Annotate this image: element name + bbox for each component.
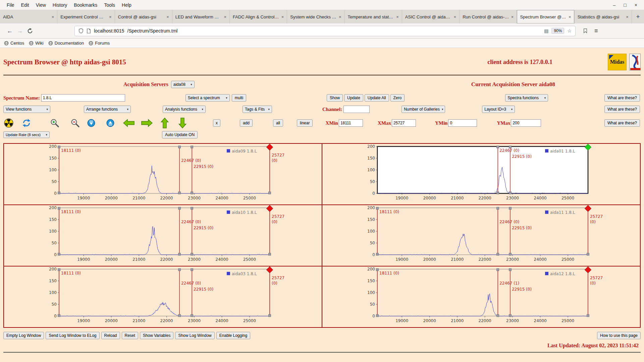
select-a-spectrum-select[interactable]: Select a spectrum ▾	[185, 94, 230, 102]
tab-close-icon[interactable]: ×	[569, 14, 571, 19]
zoom-out-icon[interactable]	[70, 118, 81, 128]
number-of-galleries-select[interactable]: Number of Galleries ▾	[401, 106, 445, 113]
what-are-these-button-3[interactable]: What are these?	[604, 119, 640, 127]
log-button[interactable]: Reload	[101, 332, 120, 339]
what-are-these-button-2[interactable]: What are these?	[604, 106, 640, 113]
what-are-these-button-1[interactable]: What are these?	[604, 94, 640, 102]
acquisition-server-select[interactable]: aida08 ▾	[171, 81, 195, 88]
spectra-functions-select[interactable]: Spectra functions ▾	[505, 94, 548, 102]
browser-tab[interactable]: System wide Checks @ aidas-gsi ×	[287, 10, 344, 23]
spectrum-plot-cell[interactable]: 0501001502001900020000210002200023000240…	[4, 144, 322, 204]
minimize-icon[interactable]: –	[613, 2, 616, 8]
spectrum-plot-cell[interactable]: 0501001502001900020000210002200023000240…	[4, 205, 322, 266]
bookmark-item[interactable]: Forums	[89, 41, 110, 46]
spectrum-chart[interactable]: 0501001502001900020000210002200023000240…	[322, 266, 640, 326]
spectrum-plot-cell[interactable]: 0501001502001900020000210002200023000240…	[322, 205, 640, 266]
update-all-button[interactable]: Update All	[365, 94, 389, 102]
tags-fits-select[interactable]: Tags & Fits ▾	[243, 106, 272, 113]
arrow-up-icon[interactable]	[161, 118, 169, 128]
bookmark-item[interactable]: Documentation	[48, 41, 84, 46]
view-functions-select[interactable]: View functions ▾	[3, 106, 50, 113]
analysis-functions-select[interactable]: Analysis functions ▾	[163, 106, 206, 113]
app-menu-icon[interactable]: ≡	[594, 27, 598, 35]
spectrum-chart[interactable]: 0501001502001900020000210002200023000240…	[4, 144, 321, 203]
tab-close-icon[interactable]: ×	[224, 14, 226, 19]
tab-close-icon[interactable]: ×	[52, 14, 54, 19]
spectrum-plot-cell[interactable]: 0501001502001900020000210002200023000240…	[322, 266, 640, 327]
linear-button[interactable]: linear	[297, 119, 313, 127]
xmin-input[interactable]	[339, 119, 363, 127]
reload-icon[interactable]	[25, 28, 35, 34]
bookmark-item[interactable]: Centos	[4, 41, 24, 46]
ymin-input[interactable]	[448, 119, 477, 127]
tab-close-icon[interactable]: ×	[109, 14, 112, 19]
browser-tab[interactable]: Spectrum Browser @ aidas-gsi ×	[517, 10, 574, 23]
bookmark-item[interactable]: Wiki	[29, 41, 44, 46]
tab-close-icon[interactable]: ×	[396, 14, 399, 19]
page-info-icon[interactable]	[87, 28, 91, 34]
browser-tab[interactable]: LED and Waveform @ aidas-gsi ×	[172, 10, 230, 23]
url-bar[interactable]: localhost:8015/Spectrum/Spectrum.tml ▤ 9…	[74, 26, 576, 36]
x-button[interactable]: x	[213, 119, 220, 127]
forward-icon[interactable]: →	[15, 27, 25, 35]
spectrum-chart[interactable]: 0501001502001900020000210002200023000240…	[322, 205, 640, 265]
radiation-icon[interactable]	[4, 118, 13, 128]
spectrum-name-input[interactable]	[41, 94, 125, 102]
browser-tab[interactable]: Statistics @ aidas-gsi ×	[575, 10, 632, 23]
tab-close-icon[interactable]: ×	[511, 14, 514, 19]
back-icon[interactable]: ←	[5, 27, 15, 35]
arrow-right-icon[interactable]	[141, 119, 153, 127]
arrow-left-icon[interactable]	[123, 119, 135, 127]
channel-input[interactable]	[343, 106, 370, 113]
log-button[interactable]: Show Log Window	[175, 332, 214, 339]
browser-tab[interactable]: Control @ aidas-gsi ×	[115, 10, 172, 23]
menu-item[interactable]: Tools	[101, 1, 118, 9]
move-down-icon[interactable]	[87, 118, 96, 128]
menu-item[interactable]: File	[3, 1, 18, 9]
all-button[interactable]: all	[273, 119, 283, 127]
log-button[interactable]: Empty Log Window	[3, 332, 44, 339]
add-button[interactable]: add	[240, 119, 253, 127]
menu-item[interactable]: Help	[118, 1, 135, 9]
bookmarks-flag-icon[interactable]	[583, 28, 588, 34]
move-up-icon[interactable]	[106, 118, 115, 128]
multi-button[interactable]: multi	[232, 94, 246, 102]
how-to-use-button[interactable]: How to use this page	[597, 332, 641, 339]
browser-tab[interactable]: FADC Align & Control @ aidas-gsi ×	[230, 10, 287, 23]
tab-close-icon[interactable]: ×	[339, 14, 341, 19]
show-button[interactable]: Show	[327, 94, 343, 102]
log-button[interactable]: Send Log Window to ELog	[46, 332, 99, 339]
refresh-icon[interactable]	[21, 118, 32, 128]
browser-tab[interactable]: Run Control @ aidas-gsi ×	[460, 10, 517, 23]
spectrum-chart[interactable]: 0501001502001900020000210002200023000240…	[4, 266, 321, 326]
menu-item[interactable]: Edit	[18, 1, 33, 9]
menu-item[interactable]: Bookmarks	[70, 1, 101, 9]
xmax-input[interactable]	[392, 119, 416, 127]
zero-button[interactable]: Zero	[390, 94, 405, 102]
browser-tab[interactable]: Experiment Control @ aidas-gsi ×	[57, 10, 115, 23]
browser-tab[interactable]: AIDA ×	[0, 10, 57, 23]
zoom-level-badge[interactable]: 90%	[551, 28, 564, 34]
layout-id-select[interactable]: Layout ID=3 ▾	[482, 106, 515, 113]
maximize-icon[interactable]: □	[624, 2, 626, 8]
log-button[interactable]: Show Variables	[140, 332, 174, 339]
menu-item[interactable]: History	[49, 1, 71, 9]
tab-close-icon[interactable]: ×	[281, 14, 284, 19]
bookmark-star-icon[interactable]: ☆	[567, 28, 572, 34]
tab-close-icon[interactable]: ×	[626, 14, 629, 19]
arrow-down-icon[interactable]	[178, 118, 186, 128]
zoom-in-icon[interactable]	[50, 118, 60, 128]
tab-close-icon[interactable]: ×	[454, 14, 457, 19]
browser-tab[interactable]: ASIC Control @ aidas-gsi ×	[402, 10, 460, 23]
arrange-functions-select[interactable]: Arrange functions ▾	[84, 106, 131, 113]
reader-mode-icon[interactable]: ▤	[544, 28, 548, 34]
log-button[interactable]: Enable Logging	[216, 332, 250, 339]
close-icon[interactable]: ×	[635, 2, 637, 8]
auto-update-button[interactable]: Auto Update ON	[162, 131, 198, 138]
menu-item[interactable]: View	[33, 1, 49, 9]
tracking-shield-icon[interactable]	[78, 28, 84, 34]
log-button[interactable]: Reset	[122, 332, 138, 339]
spectrum-chart[interactable]: 0501001502001900020000210002200023000240…	[4, 205, 321, 265]
update-rate-select[interactable]: Update Rate (8 secs) ▾	[3, 131, 50, 138]
ymax-input[interactable]	[511, 119, 541, 127]
